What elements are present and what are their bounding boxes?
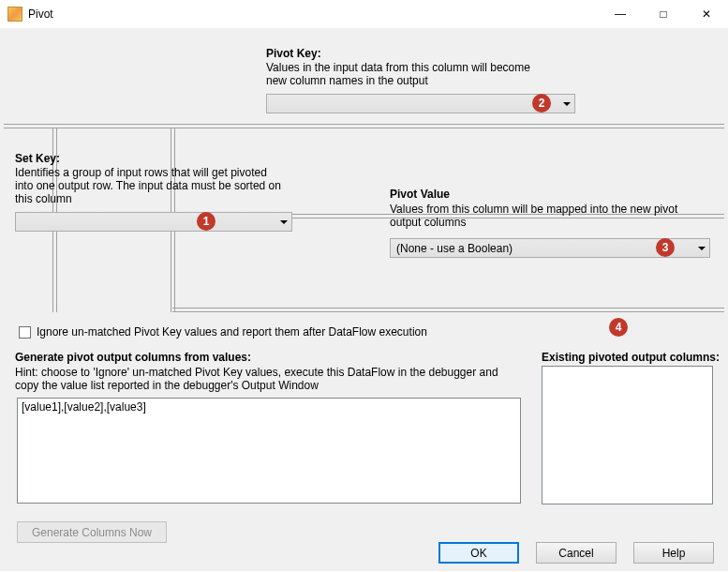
badge-2: 2 [532, 94, 551, 113]
badge-1: 1 [197, 212, 215, 231]
checkbox-box [19, 326, 31, 339]
cancel-label: Cancel [558, 547, 593, 560]
pivot-key-combo[interactable] [266, 94, 575, 113]
ignore-label: Ignore un-matched Pivot Key values and r… [37, 325, 427, 339]
set-key-desc: Identifies a group of input rows that wi… [15, 166, 285, 205]
set-key-combo[interactable] [15, 212, 292, 232]
generate-hint: Hint: choose to 'Ignore' un-matched Pivo… [15, 366, 521, 392]
pivot-value-label: Pivot Value [390, 188, 450, 201]
chevron-down-icon [563, 102, 571, 106]
maximize-button[interactable]: □ [642, 0, 685, 28]
chevron-down-icon [280, 220, 288, 224]
generate-values-textbox[interactable]: [value1],[value2],[value3] [17, 398, 521, 504]
ignore-checkbox[interactable]: Ignore un-matched Pivot Key values and r… [19, 325, 427, 339]
title-bar: Pivot — □ ✕ [0, 0, 728, 28]
badge-3: 3 [656, 238, 675, 257]
badge-4: 4 [609, 318, 628, 337]
pivot-value-desc: Values from this column will be mapped i… [390, 203, 699, 229]
chevron-down-icon [698, 247, 706, 250]
set-key-label: Set Key: [15, 152, 60, 165]
pivot-key-desc: Values in the input data from this colum… [266, 61, 575, 87]
existing-heading: Existing pivoted output columns: [542, 351, 720, 364]
minimize-button[interactable]: — [599, 0, 642, 28]
help-button[interactable]: Help [633, 542, 714, 564]
pivot-key-label: Pivot Key: [266, 47, 321, 60]
ok-button[interactable]: OK [438, 542, 519, 564]
close-button[interactable]: ✕ [685, 0, 728, 28]
generate-values-text: [value1],[value2],[value3] [22, 400, 146, 414]
help-label: Help [662, 547, 686, 560]
existing-columns-listbox[interactable] [542, 366, 713, 504]
generate-heading: Generate pivot output columns from value… [15, 351, 251, 364]
window-title: Pivot [28, 8, 53, 21]
app-icon [7, 7, 22, 22]
generate-columns-label: Generate Columns Now [32, 526, 152, 539]
cancel-button[interactable]: Cancel [536, 542, 617, 564]
client-area: Pivot Key: Values in the input data from… [0, 28, 728, 571]
ok-label: OK [470, 547, 486, 560]
generate-columns-button[interactable]: Generate Columns Now [17, 521, 167, 543]
pivot-value-value: (None - use a Boolean) [396, 242, 513, 255]
